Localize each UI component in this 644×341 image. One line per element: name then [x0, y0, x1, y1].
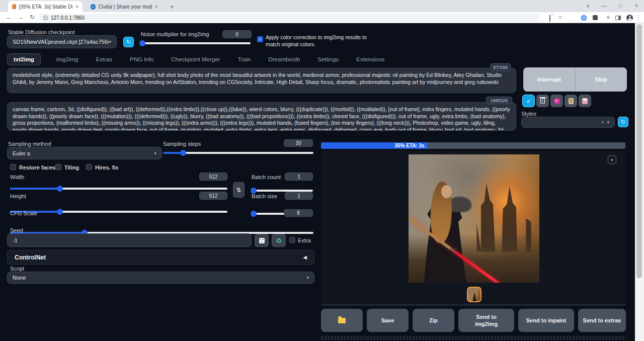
interrupt-button[interactable]: Interrupt [523, 67, 576, 92]
tab-search-chevron-icon[interactable]: ∨ [581, 0, 596, 11]
controlnet-accordion[interactable]: ControlNet ◀ [7, 250, 314, 265]
send-to-img2img-button[interactable]: Send to img2img [458, 309, 514, 332]
restore-faces-checkbox[interactable] [10, 164, 16, 170]
extra-networks-button[interactable] [550, 95, 563, 107]
generated-image[interactable] [409, 154, 539, 283]
random-seed-button[interactable] [255, 234, 269, 247]
paste-generation-params-button[interactable]: ↙ [522, 95, 535, 107]
browser-menu-icon[interactable]: ⋮ [635, 14, 641, 21]
noise-multiplier-value[interactable]: 0 [222, 30, 252, 38]
clear-prompt-button[interactable] [536, 95, 549, 107]
hires-fix-checkbox[interactable] [86, 164, 92, 170]
refresh-checkpoints-button[interactable]: ↻ [123, 37, 134, 47]
batch-count-value[interactable]: 1 [285, 173, 313, 181]
color-correction-checkbox[interactable]: ✓ [257, 36, 263, 42]
scrollbar-thumb[interactable] [636, 24, 642, 278]
browser-tab-title: [35% ETA: 3s] Stable Diffusion [19, 4, 72, 10]
chevron-down-icon: ▾ [306, 275, 309, 280]
site-info-icon[interactable]: i [43, 16, 48, 20]
height-value[interactable]: 512 [199, 192, 227, 200]
tab-extensions[interactable]: Extensions [354, 54, 386, 65]
checkpoint-dropdown[interactable]: SD15NewVAEpruned.ckpt [27a4ac756c] ▾ [7, 35, 117, 48]
tab-checkpoint-merger[interactable]: Checkpoint Merger [169, 54, 222, 65]
swap-dimensions-button[interactable]: ⇅ [233, 182, 245, 198]
save-style-button[interactable] [579, 95, 591, 107]
tab-dreambooth[interactable]: Dreambooth [266, 54, 302, 65]
save-button[interactable]: Save [367, 309, 409, 332]
tab-close-icon[interactable]: × [75, 4, 78, 10]
prompt-textarea[interactable]: modelshoot style, (extremely detailed CG… [7, 68, 516, 93]
new-tab-button[interactable]: + [166, 1, 178, 12]
close-preview-button[interactable]: × [608, 155, 616, 164]
tab-close-icon[interactable]: × [155, 4, 158, 10]
cfg-scale-value[interactable]: 8 [284, 209, 313, 217]
bookmark-star-icon[interactable]: ☆ [557, 14, 562, 21]
reuse-seed-button[interactable]: ♻ [272, 234, 286, 247]
width-slider[interactable] [10, 188, 227, 190]
script-dropdown[interactable]: None ▾ [7, 272, 314, 284]
generation-info-strip [321, 336, 625, 340]
seed-input[interactable]: -1 [7, 233, 252, 247]
share-icon[interactable] [549, 15, 550, 21]
tab-extras[interactable]: Extras [94, 54, 114, 65]
batch-size-value[interactable]: 1 [285, 192, 313, 200]
refresh-styles-button[interactable]: ↻ [618, 117, 628, 127]
clear-styles-icon[interactable]: × [601, 120, 604, 125]
scrollbar-track[interactable] [635, 23, 644, 341]
window-close-button[interactable]: × [629, 0, 644, 11]
send-to-extras-button[interactable]: Send to extras [578, 309, 626, 332]
sampling-steps-slider[interactable] [164, 152, 313, 154]
reload-icon[interactable]: ↻ [28, 14, 36, 21]
sampling-steps-value[interactable]: 20 [284, 139, 313, 147]
browser-tab-civitai[interactable]: C Civitai | Share your models × [87, 1, 162, 12]
script-value: None [13, 275, 26, 281]
swap-icon: ⇅ [236, 187, 241, 194]
extension-blue-icon[interactable] [581, 15, 587, 21]
height-slider[interactable] [10, 211, 227, 213]
tab-png-info[interactable]: PNG Info [128, 54, 155, 65]
profile-avatar[interactable] [626, 15, 633, 21]
reading-list-icon[interactable]: ≡ [607, 14, 610, 20]
refresh-icon: ↻ [621, 119, 625, 125]
chevron-down-icon: ▾ [607, 120, 609, 125]
floppy-save-icon [582, 98, 588, 104]
tiling-checkbox[interactable] [55, 164, 61, 170]
clipboard-icon [569, 98, 574, 104]
side-panel-icon[interactable] [615, 16, 621, 20]
tab-img2img[interactable]: img2img [54, 54, 80, 65]
extra-seed-checkbox[interactable] [289, 237, 295, 243]
gallery-thumbnail[interactable] [467, 287, 481, 302]
tab-train[interactable]: Train [235, 54, 253, 65]
window-maximize-button[interactable]: □ [613, 0, 628, 11]
extensions-puzzle-icon[interactable] [593, 15, 598, 20]
skip-button[interactable]: Skip [576, 67, 627, 92]
apply-styles-button[interactable] [565, 95, 577, 107]
tab-settings[interactable]: Settings [316, 54, 341, 65]
window-minimize-button[interactable]: — [597, 0, 612, 11]
generate-button-group: Interrupt Skip [523, 67, 627, 92]
controlnet-label: ControlNet [15, 254, 46, 261]
seed-label: Seed [10, 227, 23, 233]
negative-prompt-textarea[interactable]: canvas frame, cartoon, 3d, ((disfigured)… [7, 102, 516, 131]
browser-tab-title: Civitai | Share your models [99, 4, 152, 10]
image-preview-panel: × [321, 151, 625, 305]
address-bar[interactable]: i 127.0.0.1:7860 [39, 14, 540, 22]
stable-diffusion-favicon [12, 4, 16, 9]
browser-tab-stable-diffusion[interactable]: [35% ETA: 3s] Stable Diffusion × [8, 1, 83, 12]
zip-button[interactable]: Zip [413, 309, 454, 332]
open-folder-button[interactable] [321, 309, 363, 332]
thumbnail-figure [472, 292, 477, 302]
check-icon: ✓ [258, 37, 262, 42]
chevron-down-icon: ▾ [109, 39, 111, 44]
send-to-inpaint-button[interactable]: Send to inpaint [518, 309, 574, 332]
tab-txt2img[interactable]: txt2img [7, 53, 41, 65]
back-icon[interactable]: ← [5, 14, 13, 21]
hires-fix-label: Hires. fix [95, 164, 118, 170]
styles-dropdown[interactable]: × ▾ [521, 117, 615, 128]
width-value[interactable]: 512 [199, 173, 227, 181]
palette-icon [554, 98, 560, 104]
noise-multiplier-slider[interactable] [141, 42, 251, 44]
tiling-label: Tiling [64, 164, 79, 170]
sampling-method-dropdown[interactable]: Euler a ▾ [7, 147, 162, 159]
forward-icon[interactable]: → [17, 14, 25, 21]
